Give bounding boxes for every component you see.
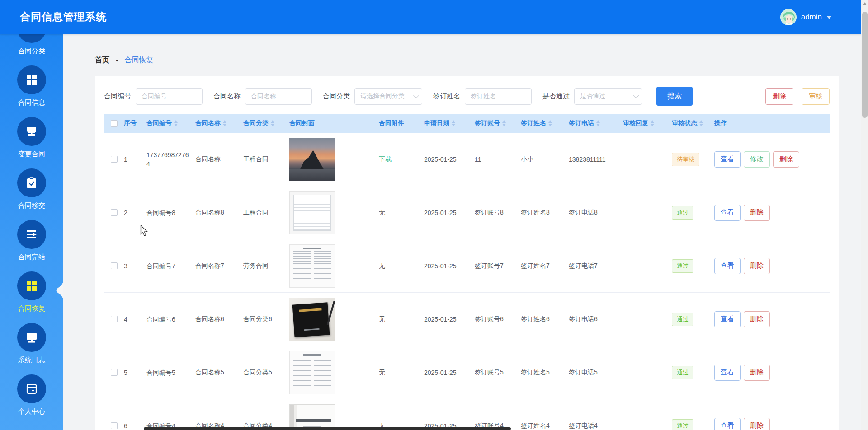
sign-phone: 签订电话6 (569, 315, 623, 323)
sidebar-item-label: 变更合同 (18, 150, 45, 159)
contract-cover-image[interactable] (289, 351, 335, 394)
sort-carets-icon[interactable] (223, 120, 226, 126)
row-checkbox[interactable] (111, 262, 118, 269)
contract-cover-image[interactable] (289, 191, 335, 234)
contract-code-input[interactable] (136, 88, 203, 105)
col-header-date[interactable]: 申请日期 (424, 119, 475, 127)
sort-carets-icon[interactable] (548, 120, 552, 126)
view-button[interactable]: 查看 (714, 151, 741, 168)
sidebar-item-change-contract[interactable]: 变更合同 (0, 113, 63, 165)
sign-person: 签订姓名4 (521, 422, 569, 430)
sign-person: 签订姓名7 (521, 262, 569, 270)
vertical-scrollbar-thumb[interactable] (862, 12, 868, 118)
sign-person: 签订姓名5 (521, 369, 569, 377)
sidebar-item-contract-category[interactable]: 合同分类 (0, 34, 63, 62)
contract-name-input[interactable] (245, 88, 312, 105)
row-index: 3 (124, 262, 146, 270)
sort-carets-icon[interactable] (271, 120, 274, 126)
row-checkbox[interactable] (111, 422, 118, 429)
col-header-status[interactable]: 审核状态 (672, 119, 714, 127)
delete-button[interactable]: 删除 (744, 258, 770, 274)
col-header-name[interactable]: 合同名称 (195, 119, 243, 127)
col-header-code[interactable]: 合同编号 (146, 119, 195, 127)
sort-carets-icon[interactable] (596, 120, 600, 126)
monitor-icon (17, 323, 46, 352)
view-button[interactable]: 查看 (714, 418, 741, 430)
sidebar-item-system-log[interactable]: 系统日志 (0, 319, 63, 371)
row-checkbox[interactable] (111, 209, 118, 216)
table-row: 5 合同编号5 合同名称5 合同分类5 无 2025-01-25 签订账号5 签… (104, 346, 830, 399)
view-button[interactable]: 查看 (714, 365, 741, 381)
sort-carets-icon[interactable] (699, 120, 703, 126)
pass-select-placeholder: 是否通过 (580, 92, 605, 100)
col-header-reply[interactable]: 审核回复 (623, 119, 672, 127)
row-index: 1 (124, 156, 146, 163)
user-menu[interactable]: admin (780, 9, 832, 25)
filter-label: 合同名称 (213, 92, 241, 101)
bulk-audit-button[interactable]: 审核 (802, 88, 830, 105)
avatar[interactable] (780, 9, 797, 25)
sidebar-item-contract-restore[interactable]: 合同恢复 (0, 268, 63, 319)
delete-button[interactable]: 删除 (773, 151, 799, 168)
sort-carets-icon[interactable] (651, 120, 654, 126)
view-button[interactable]: 查看 (714, 311, 741, 327)
select-all-checkbox[interactable] (111, 120, 118, 127)
download-link[interactable]: 下载 (379, 155, 392, 164)
row-checkbox[interactable] (111, 316, 118, 322)
sidebar-item-personal-center[interactable]: 个人中心 (0, 371, 63, 422)
col-header-person[interactable]: 签订姓名 (521, 119, 569, 127)
sort-carets-icon[interactable] (452, 120, 455, 126)
contract-code: 合同编号5 (146, 368, 175, 377)
contract-cover-image[interactable] (289, 298, 335, 341)
filter-contract-name: 合同名称 (213, 88, 312, 105)
view-button[interactable]: 查看 (714, 205, 741, 221)
status-badge: 通过 (672, 366, 693, 379)
main-content: 首页 ● 合同恢复 合同编号 合同名称 合同分类 请选择合同分类 签订姓 (63, 34, 861, 430)
sign-account: 签订账号7 (475, 262, 521, 270)
breadcrumb-home[interactable]: 首页 (95, 56, 109, 65)
delete-button[interactable]: 删除 (744, 418, 770, 430)
row-checkbox[interactable] (111, 156, 118, 163)
delete-button[interactable]: 删除 (744, 205, 770, 221)
col-header-attachment: 合同附件 (379, 119, 424, 127)
user-name[interactable]: admin (801, 13, 822, 22)
sidebar-item-contract-transfer[interactable]: 合同移交 (0, 165, 63, 216)
view-button[interactable]: 查看 (714, 258, 741, 274)
row-checkbox[interactable] (111, 369, 118, 376)
scroll-up-arrow-icon[interactable] (863, 2, 867, 5)
pass-select[interactable]: 是否通过 (574, 88, 642, 105)
search-button[interactable]: 搜索 (656, 87, 693, 106)
breadcrumb: 首页 ● 合同恢复 (95, 56, 861, 65)
contract-cover-image[interactable] (289, 244, 335, 288)
sidebar-item-contract-info[interactable]: 合同信息 (0, 62, 63, 113)
contract-category: 工程合同 (243, 209, 289, 217)
sort-carets-icon[interactable] (502, 120, 506, 126)
col-header-phone[interactable]: 签订电话 (569, 119, 623, 127)
horizontal-scrollbar-thumb[interactable] (144, 427, 511, 430)
breadcrumb-current[interactable]: 合同恢复 (124, 56, 153, 65)
edit-button[interactable]: 修改 (744, 151, 770, 168)
vertical-scrollbar[interactable] (861, 0, 868, 430)
sign-account: 11 (475, 156, 521, 163)
sidebar-item-contract-complete[interactable]: 合同完结 (0, 216, 63, 268)
category-select[interactable]: 请选择合同分类 (354, 88, 422, 105)
sidebar-item-label: 个人中心 (18, 407, 45, 416)
contract-cover-image[interactable] (289, 138, 335, 181)
delete-button[interactable]: 删除 (744, 365, 770, 381)
delete-button[interactable]: 删除 (744, 311, 770, 327)
sign-phone: 签订电话7 (569, 262, 623, 270)
chevron-down-icon[interactable] (826, 16, 832, 19)
contract-code: 合同编号6 (146, 315, 175, 324)
chevron-down-icon (633, 93, 639, 98)
apply-date: 2025-01-25 (424, 209, 475, 216)
sort-carets-icon[interactable] (174, 120, 178, 126)
signer-name-input[interactable] (465, 88, 532, 105)
col-header-category[interactable]: 合同分类 (243, 119, 289, 127)
contract-cover-image[interactable] (289, 404, 335, 430)
grid-icon (17, 65, 46, 94)
attachment-none: 无 (379, 315, 424, 323)
bulk-delete-button[interactable]: 删除 (765, 88, 793, 105)
col-header-account[interactable]: 签订账号 (475, 119, 521, 127)
table-row: 3 合同编号7 合同名称7 劳务合同 无 2025-01-25 签订账号7 签订… (104, 239, 830, 293)
avatar-image (781, 9, 797, 25)
